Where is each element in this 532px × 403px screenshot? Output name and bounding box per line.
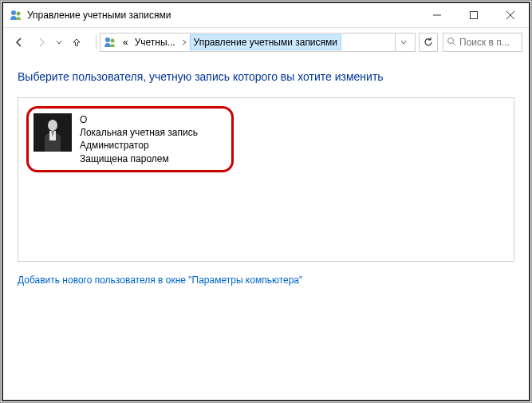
search-icon <box>447 37 456 48</box>
svg-point-1 <box>17 12 21 16</box>
window-titlebar: Управление учетными записями <box>3 3 529 27</box>
users-icon <box>104 36 116 49</box>
avatar <box>33 113 72 152</box>
breadcrumb-seg-manage[interactable]: Управление учетными записями <box>190 34 341 50</box>
minimize-button[interactable] <box>419 3 455 27</box>
svg-rect-3 <box>471 12 478 19</box>
breadcrumb[interactable]: « Учетны... Управление учетными записями <box>100 33 416 52</box>
refresh-button[interactable] <box>419 33 438 52</box>
maximize-button[interactable] <box>455 3 492 27</box>
svg-point-0 <box>11 10 16 15</box>
forward-button[interactable] <box>32 33 51 52</box>
svg-point-7 <box>111 38 115 42</box>
back-button[interactable] <box>10 33 29 52</box>
breadcrumb-seg-accounts[interactable]: Учетны... <box>132 35 179 49</box>
user-password-status: Защищена паролем <box>80 152 198 165</box>
recent-dropdown-icon[interactable] <box>56 39 62 45</box>
search-input[interactable] <box>459 37 518 48</box>
svg-line-9 <box>453 43 455 45</box>
up-button[interactable] <box>67 33 86 52</box>
users-icon <box>10 9 22 22</box>
breadcrumb-dropdown-icon[interactable] <box>395 34 412 51</box>
svg-point-11 <box>48 120 57 131</box>
navigation-bar: « Учетны... Управление учетными записями <box>3 27 529 56</box>
add-user-link[interactable]: Добавить нового пользователя в окне "Пар… <box>18 275 514 286</box>
chevron-right-icon <box>182 39 187 45</box>
user-role: Администратор <box>80 139 198 152</box>
close-button[interactable] <box>492 3 529 27</box>
search-box[interactable] <box>443 33 522 52</box>
users-list: O Локальная учетная запись Администратор… <box>18 97 514 262</box>
nav-divider <box>96 35 97 49</box>
breadcrumb-chevrons[interactable]: « <box>120 35 132 49</box>
svg-point-6 <box>105 38 110 42</box>
page-heading: Выберите пользователя, учетную запись ко… <box>18 70 514 83</box>
user-tile[interactable]: O Локальная учетная запись Администратор… <box>26 106 234 172</box>
user-account-type: Локальная учетная запись <box>80 126 198 139</box>
svg-point-8 <box>448 38 454 43</box>
user-name: O <box>80 113 198 126</box>
window-title: Управление учетными записями <box>27 10 419 21</box>
